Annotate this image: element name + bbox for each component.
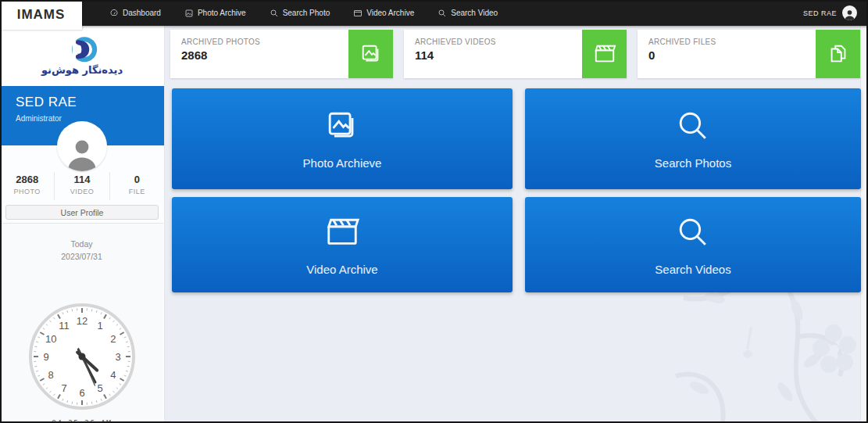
stat-file-label: FILE bbox=[110, 188, 164, 195]
company-logo-text: دیده‌نگار هوش‌نو bbox=[41, 64, 123, 76]
date-display: Today 2023/07/31 bbox=[0, 238, 163, 263]
button-label: Video Archive bbox=[306, 263, 377, 276]
nav-label: Search Video bbox=[451, 9, 498, 17]
card-archived-videos[interactable]: ARCHIEVED VIDEOS 114 bbox=[404, 30, 627, 78]
svg-text:12: 12 bbox=[77, 315, 88, 327]
button-label: Photo Archieve bbox=[303, 156, 382, 170]
stat-video-label: VIDEO bbox=[55, 188, 109, 195]
search-photos-button[interactable]: Search Photos bbox=[525, 88, 861, 189]
topbar-user-menu[interactable]: SED RAE bbox=[803, 0, 857, 26]
card-label: ARCHIVED PHOTOS bbox=[181, 38, 260, 46]
photo-archive-button[interactable]: Photo Archieve bbox=[172, 88, 513, 189]
stat-photo: 2868 PHOTO bbox=[0, 172, 54, 200]
svg-text:6: 6 bbox=[79, 387, 84, 399]
date-value: 2023/07/31 bbox=[0, 250, 163, 263]
sidebar-username: SED RAE bbox=[16, 95, 164, 110]
svg-text:11: 11 bbox=[59, 320, 70, 332]
sidebar: دیده‌نگار هوش‌نو SED RAE Administrator 2… bbox=[0, 26, 165, 423]
photos-stack-icon bbox=[324, 108, 360, 144]
card-archived-photos[interactable]: ARCHIVED PHOTOS 2868 bbox=[170, 30, 393, 78]
digital-time: 04:25:26 AM bbox=[0, 419, 163, 423]
card-value: 2868 bbox=[181, 48, 260, 62]
top-navigation-bar: Dashboard Photo Archive Search Photo Vid… bbox=[0, 0, 868, 26]
photo-archive-icon bbox=[184, 9, 194, 18]
stat-file: 0 FILE bbox=[109, 172, 164, 200]
card-value: 0 bbox=[648, 48, 716, 62]
nav-label: Video Archive bbox=[366, 9, 414, 17]
didehnegar-logo-icon bbox=[64, 37, 100, 63]
svg-text:9: 9 bbox=[43, 351, 48, 363]
search-icon bbox=[675, 214, 711, 250]
user-avatar-icon bbox=[842, 5, 857, 20]
video-archive-icon bbox=[353, 9, 363, 18]
nav-label: Dashboard bbox=[123, 9, 161, 17]
date-label: Today bbox=[0, 238, 163, 250]
nav-item-search-video[interactable]: Search Video bbox=[438, 9, 498, 18]
stat-video-value: 114 bbox=[55, 174, 109, 185]
card-archived-files[interactable]: ARCHIVED FILES 0 bbox=[638, 30, 860, 78]
search-icon bbox=[438, 9, 447, 18]
button-label: Search Videos bbox=[655, 263, 730, 276]
company-logo: دیده‌نگار هوش‌نو bbox=[0, 26, 164, 86]
stat-file-value: 0 bbox=[110, 174, 164, 185]
svg-text:8: 8 bbox=[48, 369, 54, 381]
video-archive-button[interactable]: Video Archive bbox=[172, 197, 513, 292]
svg-text:3: 3 bbox=[115, 351, 120, 363]
button-label: Search Photos bbox=[655, 156, 731, 170]
nav-item-photo-archive[interactable]: Photo Archive bbox=[184, 9, 246, 18]
files-icon bbox=[816, 30, 860, 78]
topbar-username: SED RAE bbox=[803, 9, 837, 17]
nav-item-dashboard[interactable]: Dashboard bbox=[109, 9, 161, 18]
svg-text:5: 5 bbox=[97, 382, 102, 394]
card-label: ARCHIVED FILES bbox=[648, 38, 716, 46]
sidebar-clock-section: Today 2023/07/31 123456789101112 04:25:2… bbox=[0, 223, 163, 423]
svg-text:7: 7 bbox=[61, 382, 66, 394]
top-nav-menu: Dashboard Photo Archive Search Photo Vid… bbox=[109, 9, 498, 18]
nav-label: Photo Archive bbox=[198, 9, 246, 17]
search-icon bbox=[270, 9, 279, 18]
clapperboard-icon bbox=[324, 214, 360, 250]
svg-text:10: 10 bbox=[45, 333, 56, 345]
nav-item-search-photo[interactable]: Search Photo bbox=[270, 9, 330, 18]
stat-photo-label: PHOTO bbox=[0, 188, 54, 195]
svg-text:2: 2 bbox=[110, 333, 116, 345]
sidebar-stats: 2868 PHOTO 114 VIDEO 0 FILE bbox=[0, 172, 164, 200]
analog-clock: 123456789101112 bbox=[27, 302, 137, 411]
main-content: ARCHIVED PHOTOS 2868 ARCHIEVED VIDEOS 11… bbox=[166, 26, 868, 423]
scrollbar[interactable] bbox=[860, 26, 866, 423]
stat-video: 114 VIDEO bbox=[54, 172, 109, 200]
dashboard-icon bbox=[109, 9, 119, 18]
stat-photo-value: 2868 bbox=[0, 174, 54, 185]
nav-item-video-archive[interactable]: Video Archive bbox=[353, 9, 414, 18]
clapperboard-icon bbox=[582, 30, 627, 78]
svg-text:4: 4 bbox=[110, 369, 116, 381]
app-logo[interactable]: IMAMS bbox=[0, 0, 82, 30]
user-profile-button[interactable]: User Profile bbox=[5, 205, 159, 220]
card-label: ARCHIEVED VIDEOS bbox=[415, 38, 496, 46]
sidebar-user-role: Administrator bbox=[16, 114, 164, 123]
card-value: 114 bbox=[415, 48, 496, 62]
svg-text:1: 1 bbox=[97, 320, 102, 332]
user-avatar[interactable] bbox=[57, 121, 107, 171]
nav-label: Search Photo bbox=[283, 9, 330, 17]
search-icon bbox=[675, 108, 711, 144]
search-videos-button[interactable]: Search Videos bbox=[525, 197, 861, 292]
app-title: IMAMS bbox=[17, 7, 66, 23]
stat-cards-row: ARCHIVED PHOTOS 2868 ARCHIEVED VIDEOS 11… bbox=[170, 30, 860, 78]
photos-stack-icon bbox=[348, 30, 393, 78]
